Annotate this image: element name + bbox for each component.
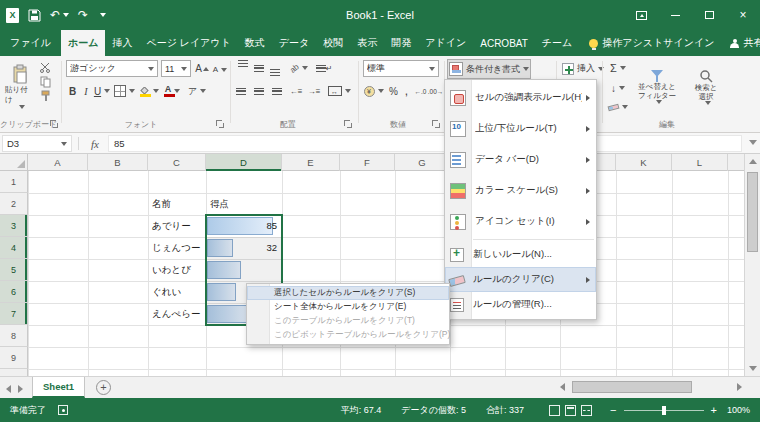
percent-style-button[interactable]: % [387,83,400,99]
column-header-A[interactable]: A [28,154,88,171]
sheet-nav-left-button[interactable] [6,384,11,395]
tab-数式[interactable]: 数式 [238,30,272,56]
clipboard-dialog-launcher[interactable] [50,120,59,129]
zoom-slider-thumb[interactable] [662,406,666,415]
sort-filter-button[interactable]: 並べ替えと フィルター [634,60,680,114]
vertical-scroll-thumb[interactable] [747,172,758,252]
tab-ホーム[interactable]: ホーム [61,30,105,56]
menu-item-data-bars[interactable]: データ バー(D) [445,144,596,175]
redo-button[interactable]: ↷ [78,5,88,25]
decrease-decimal-button[interactable]: .00→ [428,83,443,99]
tab-チーム[interactable]: チーム [535,30,579,56]
paste-button[interactable]: 貼り付け [5,60,35,112]
column-header-B[interactable]: B [88,154,148,171]
tab-ページ レイアウト[interactable]: ページ レイアウト [139,30,237,56]
ribbon-display-options-button[interactable] [624,0,658,30]
share-button[interactable]: 共有 [730,30,760,56]
cell-C2[interactable]: 名前 [148,193,206,215]
bold-button[interactable]: B [66,83,79,99]
borders-button[interactable] [114,83,135,99]
formula-bar-expand-button[interactable] [749,140,757,145]
vertical-scrollbar[interactable] [744,154,760,376]
scroll-right-button[interactable] [737,383,742,391]
row-header-4[interactable]: 4 [0,237,28,259]
row-header-1[interactable]: 1 [0,171,28,193]
scroll-left-button[interactable] [560,383,565,391]
tab-表示[interactable]: 表示 [350,30,384,56]
tab-データ[interactable]: データ [272,30,316,56]
increase-indent-button[interactable]: →≡ [306,83,322,99]
row-header-5[interactable]: 5 [0,259,28,281]
menu-item-new-rule[interactable]: 新しいルール(N)... [445,242,596,267]
increase-decimal-button[interactable]: ←.0 [413,83,428,99]
row-header-9[interactable]: 9 [0,347,28,369]
insert-cells-button[interactable]: 挿入 [560,60,606,77]
sheet-nav-right-button[interactable] [18,384,23,395]
row-header-2[interactable]: 2 [0,193,28,215]
save-button[interactable] [28,5,41,25]
copy-button[interactable] [37,75,53,88]
autosum-button[interactable]: Σ [606,60,630,76]
maximize-button[interactable] [692,0,726,30]
middle-align-button[interactable] [252,60,266,76]
bottom-align-button[interactable] [268,60,282,76]
cut-button[interactable] [37,61,53,74]
number-dialog-launcher[interactable] [432,120,441,129]
column-header-D[interactable]: D [206,154,282,171]
column-header-F[interactable]: F [340,154,395,171]
fill-color-button[interactable] [138,83,159,99]
grow-font-button[interactable]: A [194,60,210,77]
page-break-view-button[interactable] [581,405,592,416]
italic-button[interactable]: I [80,83,92,99]
cell-C7[interactable]: えんぺらー [148,303,206,325]
menu-item-manage-rules[interactable]: ルールの管理(R)... [445,292,596,317]
close-button[interactable]: × [726,0,760,30]
format-painter-button[interactable] [37,89,53,102]
scroll-up-button[interactable] [749,159,757,164]
font-name-combo[interactable]: 游ゴシック [66,60,158,77]
font-color-button[interactable]: A [162,83,183,99]
tab-開発[interactable]: 開発 [384,30,418,56]
normal-view-button[interactable] [549,405,560,416]
align-left-button[interactable] [236,83,250,99]
qat-customize-button[interactable] [97,5,106,25]
row-header-10[interactable]: 10 [0,369,28,376]
zoom-level[interactable]: 100% [727,405,750,415]
insert-function-button[interactable]: fx [86,135,104,152]
submenu-item[interactable]: シート全体からルールをクリア(E) [247,300,449,314]
menu-item-top-bottom[interactable]: 上位/下位ルール(T) [445,113,596,144]
menu-item-color-scales[interactable]: カラー スケール(S) [445,175,596,206]
name-box[interactable]: D3 [2,135,72,152]
top-align-button[interactable] [236,60,250,76]
align-right-button[interactable] [268,83,282,99]
column-header-G[interactable]: G [395,154,450,171]
comma-style-button[interactable]: , [401,83,412,99]
cell-C5[interactable]: いわとび [148,259,206,281]
alignment-dialog-launcher[interactable] [344,120,353,129]
formula-input[interactable]: 85 [108,135,742,152]
row-header-6[interactable]: 6 [0,281,28,303]
sign-in-button[interactable]: サインイン [663,30,714,56]
page-layout-view-button[interactable] [565,405,576,416]
new-sheet-button[interactable]: + [96,380,111,395]
column-header-E[interactable]: E [282,154,340,171]
fill-button[interactable]: ↓ [606,80,630,96]
shrink-font-button[interactable]: A [212,62,228,77]
tab-ACROBAT[interactable]: ACROBAT [473,30,535,56]
cell-C3[interactable]: あでりー [148,215,206,237]
menu-item-clear-rules[interactable]: ルールのクリア(C) [445,267,596,292]
phonetic-guide-button[interactable]: ア [186,83,208,99]
conditional-formatting-button[interactable]: 条件付き書式 [447,59,531,79]
zoom-in-button[interactable]: + [707,404,721,416]
align-center-button[interactable] [252,83,266,99]
tab-file[interactable]: ファイル [0,30,61,56]
macro-record-icon[interactable] [58,405,68,415]
tell-me-box[interactable]: 操作アシスト [589,30,663,56]
row-header-7[interactable]: 7 [0,303,28,325]
number-format-combo[interactable]: 標準 [363,60,439,77]
clear-button[interactable] [606,100,630,114]
zoom-out-button[interactable]: − [606,404,620,416]
column-header-K[interactable]: K [616,154,672,171]
decrease-indent-button[interactable]: ←≡ [288,83,304,99]
font-dialog-launcher[interactable] [216,120,225,129]
